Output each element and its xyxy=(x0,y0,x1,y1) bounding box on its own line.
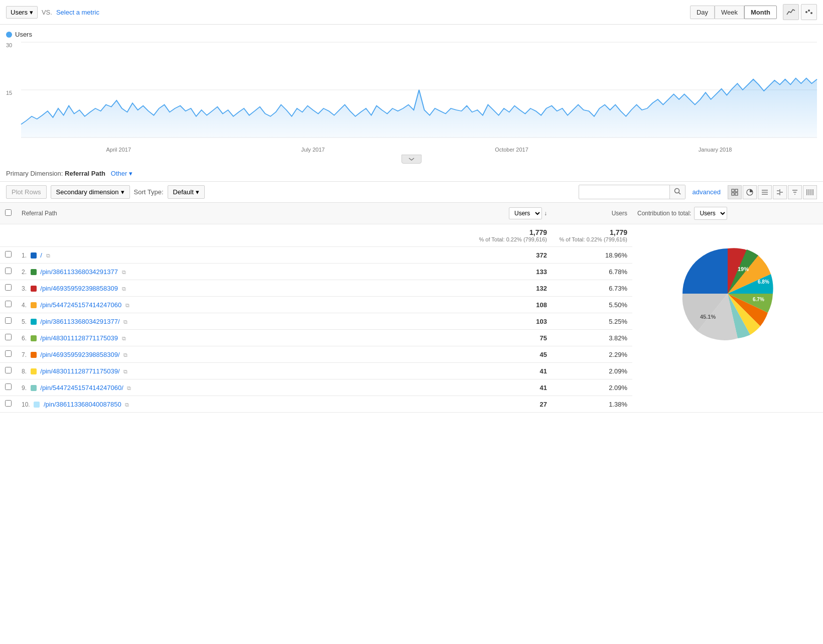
primary-dim-label: Primary Dimension: xyxy=(6,170,63,177)
row-checkbox[interactable] xyxy=(0,247,17,264)
select-all-checkbox-header[interactable] xyxy=(0,203,17,224)
week-button[interactable]: Week xyxy=(715,6,744,19)
copy-icon[interactable]: ⧉ xyxy=(46,252,50,259)
path-link[interactable]: /pin/544724515​7414247060/ xyxy=(40,384,123,392)
grid-view-icon[interactable] xyxy=(728,185,742,199)
svg-rect-9 xyxy=(735,189,738,192)
path-link[interactable]: /pin/386113368034291377/ xyxy=(40,318,119,325)
row-checkbox[interactable] xyxy=(0,280,17,297)
metric-dropdown[interactable]: Users ▾ xyxy=(6,6,38,19)
copy-icon[interactable]: ⧉ xyxy=(123,368,127,374)
y-label-30: 30 xyxy=(6,42,12,48)
row-metric1: 27 xyxy=(452,396,552,413)
time-button-group: Day Week Month xyxy=(690,6,777,19)
copy-icon[interactable]: ⧉ xyxy=(123,352,127,358)
copy-icon[interactable]: ⧉ xyxy=(123,319,127,325)
summary-label-cell xyxy=(17,224,452,247)
advanced-link[interactable]: advanced xyxy=(693,188,721,196)
row-checkbox[interactable] xyxy=(0,379,17,396)
path-link[interactable]: / xyxy=(40,251,42,259)
line-chart-svg xyxy=(21,42,817,138)
row-checkbox[interactable] xyxy=(0,313,17,330)
pie-chart-cell: 19% 6.8% 6.7% 45.1% xyxy=(632,224,823,413)
referral-path-header: Referral Path xyxy=(17,203,452,224)
chart-x-labels: April 2017 July 2017 October 2017 Januar… xyxy=(21,147,817,153)
select-all-checkbox[interactable] xyxy=(5,209,12,216)
path-link[interactable]: /pin/469359592398858309 xyxy=(40,285,118,292)
row-checkbox[interactable] xyxy=(0,396,17,413)
row-path: 1. / ⧉ xyxy=(17,247,452,264)
row-checkbox[interactable] xyxy=(0,264,17,280)
sort-asc-icon[interactable]: ↓ xyxy=(544,210,547,217)
primary-dim-other[interactable]: Other ▾ xyxy=(111,170,132,177)
svg-text:45.1%: 45.1% xyxy=(700,314,716,320)
path-link[interactable]: /pin/544724515​7414247060 xyxy=(40,301,121,309)
copy-icon[interactable]: ⧉ xyxy=(122,286,126,292)
y-label-15: 15 xyxy=(6,90,12,96)
month-button[interactable]: Month xyxy=(744,6,777,19)
metric2-header: Users xyxy=(552,203,632,224)
search-input[interactable] xyxy=(579,186,669,198)
copy-icon[interactable]: ⧉ xyxy=(122,335,126,341)
columns-view-icon[interactable] xyxy=(803,185,817,199)
collapse-button[interactable] xyxy=(401,155,422,164)
search-button[interactable] xyxy=(669,185,685,199)
row-checkbox[interactable] xyxy=(0,363,17,379)
svg-rect-10 xyxy=(732,193,734,195)
pie-view-icon[interactable] xyxy=(743,185,757,199)
compare-view-icon[interactable] xyxy=(773,185,787,199)
row-path: 2. /pin/386113368034291377 ⧉ xyxy=(17,264,452,280)
primary-dim-active[interactable]: Referral Path xyxy=(65,170,105,177)
svg-point-6 xyxy=(674,189,679,193)
svg-text:6.7%: 6.7% xyxy=(753,297,764,302)
copy-icon[interactable]: ⧉ xyxy=(125,402,129,408)
view-icons xyxy=(783,4,817,20)
line-chart-icon[interactable] xyxy=(783,4,799,20)
row-metric2: 6.78% xyxy=(552,264,632,280)
row-checkbox[interactable] xyxy=(0,297,17,313)
svg-rect-8 xyxy=(732,189,734,192)
sort-type-label: Sort Type: xyxy=(134,188,164,196)
summary-view-icon[interactable] xyxy=(758,185,772,199)
day-button[interactable]: Day xyxy=(690,6,715,19)
legend-label: Users xyxy=(15,31,32,38)
metric1-select[interactable]: Users xyxy=(509,207,542,219)
x-label-october: October 2017 xyxy=(495,147,528,153)
controls-bar: Plot Rows Secondary dimension ▾ Sort Typ… xyxy=(0,181,823,203)
path-link[interactable]: /pin/483011128771175039 xyxy=(40,334,118,342)
row-metric2: 2.09% xyxy=(552,379,632,396)
secondary-dimension-button[interactable]: Secondary dimension ▾ xyxy=(51,185,130,199)
contribution-select[interactable]: Users xyxy=(694,207,727,220)
row-checkbox[interactable] xyxy=(0,330,17,346)
svg-text:6.8%: 6.8% xyxy=(758,279,769,285)
copy-icon[interactable]: ⧉ xyxy=(127,385,131,391)
path-link[interactable]: /pin/483011128771175039/ xyxy=(40,367,119,375)
row-path: 3. /pin/469359592398858309 ⧉ xyxy=(17,280,452,297)
copy-icon[interactable]: ⧉ xyxy=(122,269,126,275)
row-metric1: 41 xyxy=(452,363,552,379)
row-metric1: 103 xyxy=(452,313,552,330)
table-header-row: Referral Path Users ↓ Users Contribution… xyxy=(0,203,823,224)
row-metric2: 6.73% xyxy=(552,280,632,297)
row-metric1: 41 xyxy=(452,379,552,396)
chevron-down-icon: ▾ xyxy=(30,9,33,16)
select-metric-link[interactable]: Select a metric xyxy=(56,9,99,16)
row-checkbox[interactable] xyxy=(0,346,17,363)
svg-point-0 xyxy=(805,11,807,13)
x-label-january: January 2018 xyxy=(699,147,732,153)
dot-chart-icon[interactable] xyxy=(801,4,817,20)
sort-default-button[interactable]: Default ▾ xyxy=(168,185,205,199)
path-link[interactable]: /pin/386113368034291377 xyxy=(40,268,118,276)
data-table: Referral Path Users ↓ Users Contribution… xyxy=(0,203,823,413)
svg-point-2 xyxy=(810,12,812,14)
summary-row: 1,779 % of Total: 0.22% (799,616) 1,779 … xyxy=(0,224,823,247)
summary-col2: 1,779 % of Total: 0.22% (799,616) xyxy=(552,224,632,247)
row-path: 6. /pin/483011128771175039 ⧉ xyxy=(17,330,452,346)
row-path: 7. /pin/469359592398858309/ ⧉ xyxy=(17,346,452,363)
legend-dot xyxy=(6,32,12,38)
copy-icon[interactable]: ⧉ xyxy=(125,302,129,308)
filter-view-icon[interactable] xyxy=(788,185,802,199)
path-link[interactable]: /pin/469359592398858309/ xyxy=(40,351,119,358)
path-link[interactable]: /pin/386113368040087850 xyxy=(44,401,121,408)
primary-dimension-bar: Primary Dimension: Referral Path Other ▾ xyxy=(0,166,823,181)
